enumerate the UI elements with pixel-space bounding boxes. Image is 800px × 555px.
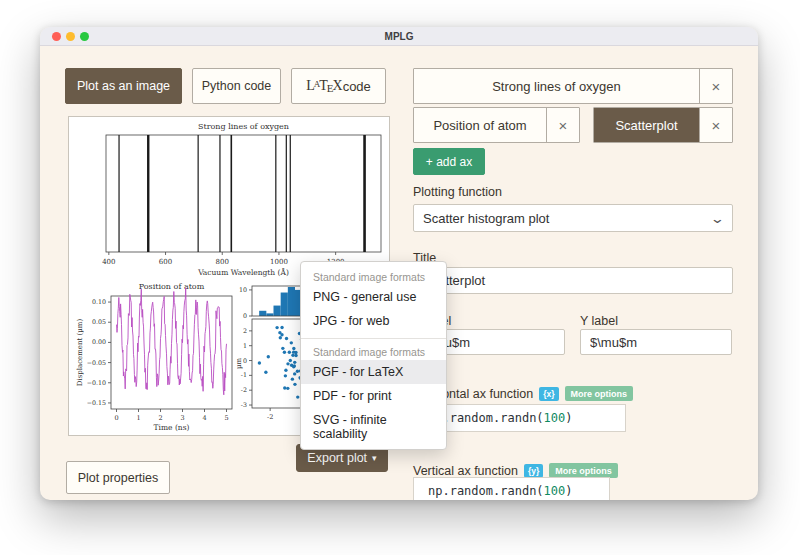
svg-text:−0.05: −0.05	[87, 359, 106, 366]
svg-text:-2: -2	[241, 386, 247, 393]
svg-text:−0.10: −0.10	[87, 379, 106, 386]
svg-text:800: 800	[216, 258, 229, 266]
svg-text:400: 400	[102, 258, 115, 266]
menu-item-svg[interactable]: SVG - infinite scalability	[301, 408, 446, 446]
svg-text:Position of atom: Position of atom	[139, 282, 205, 291]
svg-text:5: 5	[224, 414, 228, 422]
tab-position-of-atom[interactable]: Position of atom	[414, 108, 546, 142]
export-menu: Standard image formats PNG - general use…	[300, 261, 447, 450]
title-input[interactable]	[413, 267, 733, 294]
svg-text:600: 600	[159, 258, 172, 266]
menu-section-header: Standard image formats	[301, 265, 446, 285]
menu-item-jpg[interactable]: JPG - for web	[301, 309, 446, 333]
svg-text:0: 0	[114, 414, 118, 422]
menu-divider	[301, 338, 446, 339]
zoom-window-button[interactable]	[80, 32, 89, 41]
latex-code-button[interactable]: LATEX code	[291, 68, 386, 104]
vertical-ax-function-input[interactable]: np.random.randn(100)	[413, 477, 610, 500]
add-ax-button[interactable]: + add ax	[413, 148, 485, 175]
close-window-button[interactable]	[52, 32, 61, 41]
svg-text:µm: µm	[235, 358, 243, 370]
close-tab2-icon[interactable]: ×	[546, 108, 579, 142]
svg-text:1: 1	[136, 414, 140, 422]
y-label-input[interactable]	[580, 329, 732, 355]
svg-text:4: 4	[202, 414, 206, 422]
svg-text:Strong lines of oxygen: Strong lines of oxygen	[198, 122, 289, 131]
close-tab1-icon[interactable]: ×	[699, 69, 732, 103]
plot-as-image-button[interactable]: Plot as an image	[65, 68, 182, 104]
minimize-window-button[interactable]	[66, 32, 75, 41]
y-label-label: Y label	[580, 314, 618, 328]
svg-text:0: 0	[243, 312, 247, 319]
x-variable-badge: {x}	[539, 387, 558, 401]
plotting-function-select[interactable]: Scatter histogram plot ⌄	[413, 204, 733, 232]
window-title: MPLG	[385, 31, 414, 42]
svg-text:3: 3	[180, 414, 184, 422]
menu-section-header: Standard image formats	[301, 340, 446, 360]
vertical-ax-function-label: Vertical ax function	[413, 464, 518, 478]
svg-text:-3: -3	[241, 401, 247, 408]
menu-item-png[interactable]: PNG - general use	[301, 285, 446, 309]
caret-down-icon: ▾	[372, 453, 377, 463]
svg-text:-1: -1	[241, 371, 247, 378]
svg-text:1000: 1000	[270, 258, 288, 266]
vertical-more-options-button[interactable]: More options	[549, 463, 618, 478]
svg-text:10: 10	[239, 286, 247, 293]
svg-text:Vacuum Wavelength (Å): Vacuum Wavelength (Å)	[197, 268, 289, 277]
svg-text:2: 2	[243, 327, 247, 334]
svg-text:0.05: 0.05	[92, 318, 106, 325]
tab-scatterplot[interactable]: Scatterplot	[594, 108, 699, 142]
svg-text:-2: -2	[267, 413, 273, 421]
plotting-function-label: Plotting function	[413, 185, 502, 199]
tab-strong-lines-of-oxygen[interactable]: Strong lines of oxygen	[414, 69, 699, 103]
horizontal-more-options-button[interactable]: More options	[565, 386, 634, 401]
menu-item-pgf[interactable]: PGF - for LaTeX	[301, 360, 446, 384]
svg-text:0.00: 0.00	[92, 338, 106, 345]
svg-text:2: 2	[158, 414, 162, 422]
menu-item-pdf[interactable]: PDF - for print	[301, 384, 446, 408]
svg-text:Displacement (µm): Displacement (µm)	[76, 319, 84, 387]
svg-text:−0.15: −0.15	[87, 399, 106, 406]
python-code-button[interactable]: Python code	[192, 68, 281, 104]
svg-text:Time (ns): Time (ns)	[154, 423, 190, 432]
titlebar[interactable]: MPLG	[40, 27, 758, 46]
y-variable-badge: {y}	[524, 464, 543, 478]
svg-text:1: 1	[243, 342, 247, 349]
close-tab3-icon[interactable]: ×	[699, 108, 732, 142]
plot-properties-button[interactable]: Plot properties	[66, 461, 170, 494]
svg-text:0.10: 0.10	[92, 298, 106, 305]
app-window: MPLG Plot as an image Python code LATEX …	[40, 27, 758, 500]
page-background: MPLG Plot as an image Python code LATEX …	[0, 0, 800, 555]
chevron-down-icon: ⌄	[710, 211, 725, 226]
svg-text:0: 0	[243, 357, 247, 364]
